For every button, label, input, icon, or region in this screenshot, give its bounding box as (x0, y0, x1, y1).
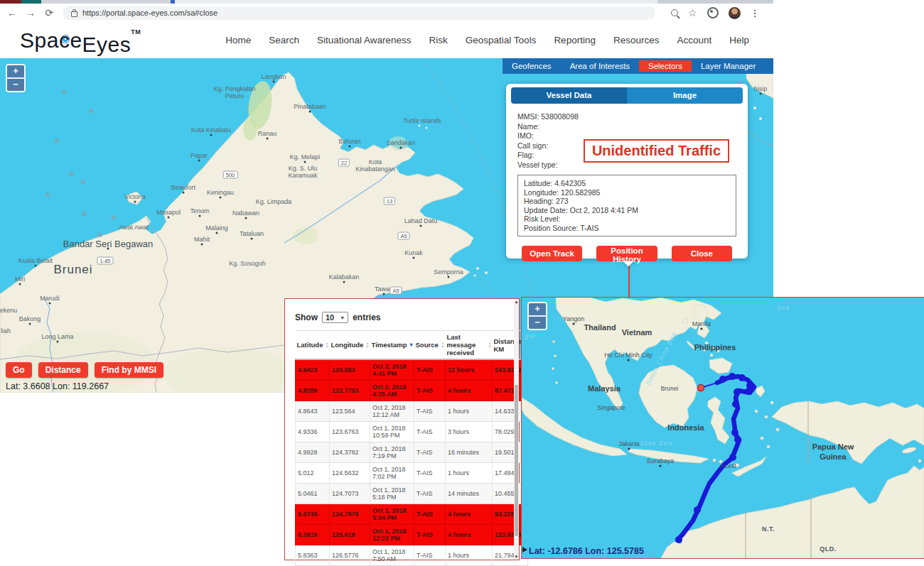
track-map[interactable]: YangonThailandVietnamManilaHo Chi Minh C… (521, 297, 924, 559)
nav-item-account[interactable]: Account (677, 35, 711, 45)
sort-icons[interactable]: ▴▾ (326, 342, 328, 349)
nav-item-search[interactable]: Search (269, 35, 299, 45)
cell-last-message: 16 minutes (446, 442, 493, 463)
table-row[interactable]: 4.6423120.583Oct 2, 20184:41 PMT-AIS12 h… (296, 359, 528, 381)
vessel-popup-tab-image[interactable]: Image (627, 87, 743, 104)
cell-latitude: 5.012 (296, 463, 330, 484)
scroll-up-icon[interactable]: ▲ (514, 300, 519, 304)
main-map-zoom-control: + − (6, 64, 26, 92)
nav-item-situational-awareness[interactable]: Situational Awareness (317, 35, 412, 45)
table-row[interactable]: 4.9928124.3782Oct 1, 20187:19 PMT-AIS16 … (296, 442, 528, 463)
column-header-timestamp[interactable]: Timestamp▾ (370, 331, 414, 360)
column-label: Longitude (331, 341, 364, 349)
map-tabs-bar: GeofencesArea of InterestsSelectorsLayer… (503, 58, 773, 74)
table-row[interactable]: 5.0461124.7073Oct 1, 20185:18 PMT-AIS14 … (296, 484, 528, 504)
table-row[interactable]: 4.9336123.6763Oct 1, 201810:59 PMT-AIS3 … (296, 422, 528, 442)
vessel-popup-tabs: Vessel DataImage (511, 87, 743, 104)
table-body: 4.6423120.583Oct 2, 20184:41 PMT-AIS12 h… (296, 359, 528, 566)
map-tab-incidents[interactable]: Incidents (765, 60, 773, 72)
table-row[interactable]: 5.0735124.7976Oct 1, 20185:04 PMT-AIS4 h… (296, 504, 528, 525)
sort-icons[interactable]: ▴▾ (366, 342, 368, 349)
nav-item-help[interactable]: Help (729, 35, 749, 45)
map-tab-selectors[interactable]: Selectors (639, 60, 692, 72)
column-header-source[interactable]: Source▴▾ (414, 331, 446, 360)
sort-icons[interactable]: ▴▾ (441, 342, 444, 349)
logo[interactable]: SpaceEyesTM (20, 28, 141, 53)
nav-item-resources[interactable]: Resources (613, 35, 660, 45)
open-track-button[interactable]: Open Track (522, 246, 582, 261)
map-tab-layer-manager[interactable]: Layer Manager (692, 60, 765, 72)
cell-source: T-AIS (414, 525, 446, 545)
vessel-pointer-line (628, 266, 630, 297)
cell-timestamp: Oct 1, 201810:59 PM (370, 422, 414, 442)
logo-text: Spa (20, 28, 59, 52)
extension-icon[interactable] (707, 7, 719, 18)
cell-latitude: 4.8286 (296, 381, 330, 401)
entries-select[interactable]: 10▼ (322, 312, 348, 323)
nav-item-risk[interactable]: Risk (429, 35, 448, 45)
zoom-out-button[interactable]: − (529, 317, 546, 329)
nav-item-geospatial-tools[interactable]: Geospatial Tools (466, 35, 537, 45)
cell-timestamp: Oct 1, 201812:22 PM (370, 525, 414, 545)
cell-timestamp: Oct 1, 20185:04 PM (370, 504, 414, 525)
cell-longitude: 125.618 (330, 525, 370, 545)
menu-dots-icon[interactable]: ⋮ (751, 8, 760, 18)
table-scrollbar[interactable]: ▲ ▼ (514, 299, 519, 560)
url-bar[interactable]: https://portal.space-eyes.com/sa#close (63, 6, 655, 20)
table-row[interactable]: 5.012124.5632Oct 1, 20187:02 PMT-AIS1 ho… (296, 463, 528, 484)
cell-source: T-AIS (414, 484, 446, 504)
scrollbar-thumb[interactable] (515, 385, 518, 536)
forward-icon[interactable]: → (21, 7, 40, 18)
cell-last-message: 14 minutes (446, 484, 493, 504)
position-history-panel: Show 10▼ entries Latitude▴▾Longitude▴▾Ti… (284, 298, 520, 560)
cell-latitude: 4.8643 (296, 401, 330, 422)
column-label: Last message received (447, 333, 489, 357)
cell-source: T-AIS (414, 545, 446, 566)
column-header-longitude[interactable]: Longitude▴▾ (330, 331, 370, 360)
track-map-latlon: Lat: -12.6786 Lon: 125.5785 (529, 546, 644, 556)
sort-desc-icon[interactable]: ▾ (409, 342, 412, 348)
go-button[interactable]: Go (6, 362, 32, 378)
chevron-down-icon: ▼ (340, 315, 345, 320)
site-header: SpaceEyesTM HomeSearchSituational Awaren… (0, 22, 773, 58)
distance-button[interactable]: Distance (38, 362, 88, 378)
cell-longitude: 124.7073 (330, 484, 370, 504)
vessel-field: MMSI: 538008098 (517, 112, 736, 122)
zoom-in-button[interactable]: + (7, 65, 24, 79)
back-icon[interactable]: ← (3, 7, 21, 18)
sort-icons[interactable]: ▴▾ (488, 342, 490, 349)
cell-last-message: 4 hours (446, 504, 493, 525)
nav-item-reporting[interactable]: Reporting (554, 35, 596, 45)
table-row[interactable]: 5.2616125.618Oct 1, 201812:22 PMT-AIS4 h… (296, 525, 528, 545)
map-tab-area-of-interests[interactable]: Area of Interests (561, 60, 639, 72)
cell-timestamp: Oct 1, 20187:02 PM (370, 463, 414, 484)
map-tab-geofences[interactable]: Geofences (503, 60, 561, 72)
cell-timestamp: Oct 2, 201812:12 AM (370, 401, 414, 422)
column-header-latitude[interactable]: Latitude▴▾ (296, 331, 330, 360)
cell-longitude: 123.564 (330, 401, 370, 422)
scroll-down-icon[interactable]: ▼ (514, 555, 519, 559)
cell-source: T-AIS (414, 401, 446, 422)
table-row[interactable]: 4.8643123.564Oct 2, 201812:12 AMT-AIS1 h… (296, 401, 528, 422)
cell-timestamp: Oct 2, 20184:35 AM (370, 381, 414, 401)
reload-icon[interactable]: ⟳ (40, 7, 58, 18)
cell-latitude: 5.2616 (296, 525, 330, 545)
vessel-popup-tab-vessel-data[interactable]: Vessel Data (511, 87, 627, 104)
position-history-button[interactable]: Position History (596, 246, 657, 261)
find-by-mmsi-button[interactable]: Find by MMSI (95, 362, 163, 378)
table-row[interactable]: 5.8363126.5776Oct 1, 20187:50 AMT-AIS1 h… (296, 545, 528, 566)
table-row[interactable]: 4.8286122.7753Oct 2, 20184:35 AMT-AIS4 h… (296, 381, 528, 401)
main-map-latlon: Lat: 3.6608 Lon: 119.2667 (6, 381, 109, 391)
cell-last-message: 12 hours (446, 359, 493, 381)
show-label: Show (295, 312, 318, 322)
vessel-origin-marker[interactable] (698, 385, 704, 391)
column-header-last-message-received[interactable]: Last message received▴▾ (446, 331, 493, 360)
avatar[interactable] (729, 7, 741, 19)
close-button[interactable]: Close (672, 246, 732, 261)
search-icon[interactable] (671, 9, 678, 16)
nav-item-home[interactable]: Home (225, 35, 251, 45)
zoom-in-button[interactable]: + (529, 303, 546, 317)
star-icon[interactable]: ☆ (688, 7, 697, 18)
zoom-out-button[interactable]: − (7, 79, 24, 91)
unidentified-traffic-badge: Unidentified Traffic (584, 139, 729, 163)
